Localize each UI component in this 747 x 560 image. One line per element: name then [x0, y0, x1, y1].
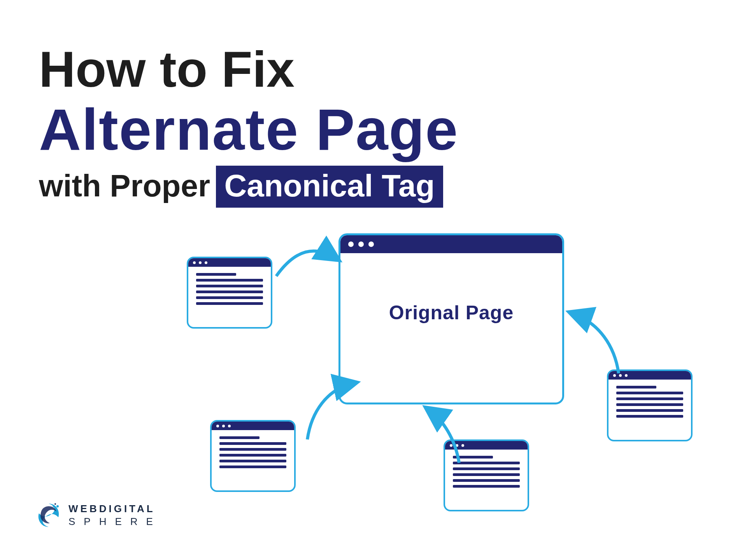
- title-line-2: Alternate Page: [39, 99, 458, 161]
- window-dot-icon: [358, 242, 364, 247]
- window-dot-icon: [216, 425, 219, 427]
- window-dot-icon: [193, 261, 196, 264]
- alternate-page-window: [210, 420, 296, 492]
- window-body: [188, 267, 271, 311]
- arrow-icon: [300, 377, 366, 443]
- arrow-icon: [409, 404, 471, 467]
- brand-logo: WEBDIGITAL SPHERE: [35, 502, 161, 529]
- logo-mark-icon: [35, 502, 62, 529]
- arrow-icon: [272, 241, 342, 288]
- title-line-3: with Proper Canonical Tag: [39, 166, 458, 208]
- svg-point-0: [56, 505, 59, 508]
- logo-text-top: WEBDIGITAL: [68, 503, 161, 515]
- title-line-3-highlight: Canonical Tag: [216, 166, 444, 208]
- alternate-page-window: [187, 257, 272, 329]
- window-body: [608, 380, 691, 424]
- window-dot-icon: [368, 242, 374, 247]
- svg-point-1: [54, 503, 56, 505]
- original-page-window: Orignal Page: [338, 233, 564, 404]
- arrow-icon: [556, 307, 626, 377]
- text-lines-icon: [219, 436, 286, 468]
- window-dot-icon: [348, 242, 354, 247]
- window-body: [212, 430, 294, 474]
- window-dot-icon: [199, 261, 202, 264]
- text-lines-icon: [196, 273, 263, 305]
- title-block: How to Fix Alternate Page with Proper Ca…: [39, 43, 458, 208]
- title-line-3-plain: with Proper: [39, 168, 210, 203]
- window-titlebar: [188, 258, 271, 267]
- logo-text-bottom: SPHERE: [68, 516, 161, 528]
- window-dot-icon: [228, 425, 231, 427]
- window-dot-icon: [222, 425, 225, 427]
- window-titlebar: [212, 422, 294, 430]
- original-page-label: Orignal Page: [340, 301, 562, 324]
- alternate-page-window: [607, 369, 693, 441]
- window-dot-icon: [205, 261, 207, 264]
- text-lines-icon: [616, 386, 683, 418]
- title-line-1: How to Fix: [39, 43, 458, 96]
- logo-text: WEBDIGITAL SPHERE: [68, 503, 161, 528]
- window-titlebar: [340, 235, 562, 253]
- diagram-canvas: How to Fix Alternate Page with Proper Ca…: [0, 0, 747, 560]
